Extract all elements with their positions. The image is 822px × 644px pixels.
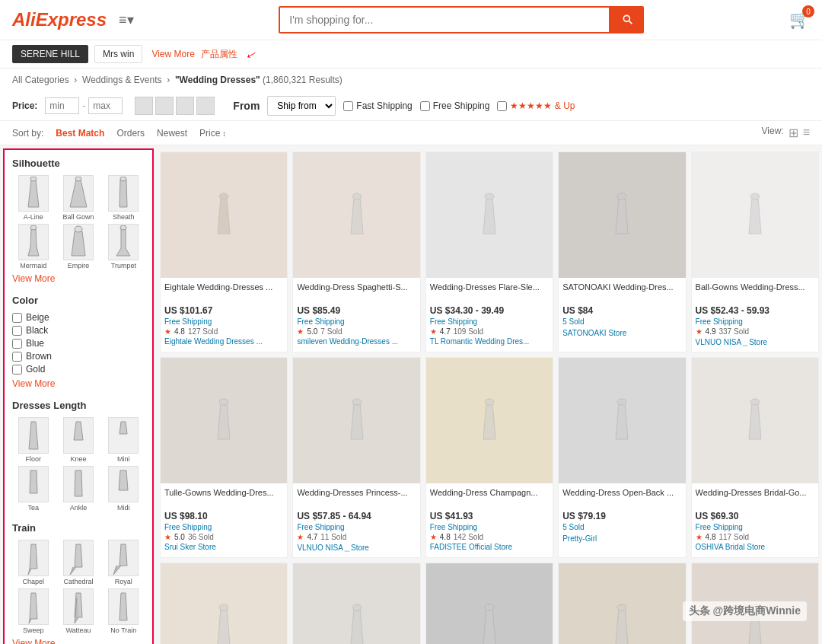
price-swatch-4[interactable] — [196, 97, 215, 115]
free-shipping-checkbox[interactable] — [420, 101, 430, 111]
product-name: Wedding-Dresses Bridal-Go... — [696, 487, 814, 509]
store-name[interactable]: smileven Wedding-Dresses ... — [297, 337, 416, 346]
product-card[interactable]: Wedding-Dresses ... US $72.00 Free Shipp… — [558, 563, 686, 644]
breadcrumb-all-categories[interactable]: All Categories — [12, 75, 69, 85]
color-brown-checkbox[interactable] — [12, 352, 22, 362]
tab-mrs-win[interactable]: Mrs win — [94, 45, 142, 63]
breadcrumb-results: (1,860,321 Results) — [263, 75, 342, 85]
length-midi[interactable]: Midi — [103, 466, 145, 512]
sidebar: Silhouette A-Line — [3, 148, 154, 644]
menu-icon[interactable]: ≡▾ — [119, 11, 134, 28]
svg-point-3 — [30, 225, 37, 230]
product-rating-row: ★ 4.9 337 Sold — [696, 327, 814, 336]
stars-label: ★★★★★ & Up — [510, 100, 575, 111]
view-more-tabs[interactable]: View More — [151, 49, 194, 59]
store-name[interactable]: Pretty-Girl — [562, 534, 681, 543]
sort-orders[interactable]: Orders — [113, 126, 148, 140]
grid-view-icon[interactable]: ⊞ — [789, 126, 798, 140]
cart-area[interactable]: 🛒 0 — [789, 10, 810, 30]
train-royal[interactable]: Royal — [103, 540, 145, 585]
length-floor[interactable]: Floor — [12, 417, 54, 463]
length-ankle[interactable]: Ankle — [57, 466, 99, 512]
breadcrumb-weddings[interactable]: Weddings & Events — [82, 75, 162, 85]
list-view-icon[interactable]: ≡ — [803, 126, 810, 140]
train-cathedral[interactable]: Cathedral — [57, 540, 99, 585]
store-name[interactable]: VLNUO NISA＿Store — [696, 337, 814, 348]
product-price: US $69.30 — [696, 511, 814, 521]
product-card[interactable]: Wedding-Dresses ... US $55.00 Free Shipp… — [425, 563, 553, 644]
search-button[interactable] — [610, 6, 644, 33]
store-name[interactable]: TL Romantic Wedding Dres... — [430, 337, 549, 346]
train-watteau[interactable]: Watteau — [57, 588, 99, 634]
product-card[interactable]: Wedding-Dresses Princess-... US $57.85 -… — [292, 357, 420, 558]
store-name[interactable]: FADISTEE Official Store — [430, 543, 549, 551]
price-swatch-1[interactable] — [135, 97, 153, 115]
silhouette-item-aline[interactable]: A-Line — [12, 175, 54, 221]
product-card[interactable]: Wedding-Dress Spaghetti-S... US $85.49 F… — [292, 151, 420, 352]
product-image-placeholder — [692, 358, 818, 483]
product-card[interactable]: Tulle-Gowns Wedding-Dres... US $98.10 Fr… — [160, 357, 288, 558]
product-card[interactable]: Wedding-Dress Champagn... US $41.93 Free… — [425, 357, 553, 558]
tab-bar: SERENE HILL Mrs win View More 产品属性 ← — [0, 40, 822, 69]
product-card[interactable]: Wedding-Dresses ... US $65.00 Free Shipp… — [292, 563, 420, 644]
product-card[interactable]: SATONOAKI Wedding-Dres... US $84 5 Sold … — [558, 151, 686, 352]
sort-best-match[interactable]: Best Match — [53, 126, 107, 140]
view-label: View: — [762, 126, 784, 140]
tab-serene-hill[interactable]: SERENE HILL — [12, 45, 88, 63]
store-name[interactable]: Srui Sker Store — [164, 543, 283, 551]
color-section: Color Beige Black Blue Brown — [12, 295, 145, 389]
product-card[interactable]: Wedding-Dresses Bridal-Go... US $69.30 F… — [691, 357, 819, 558]
product-image-placeholder — [426, 152, 553, 278]
color-black-checkbox[interactable] — [12, 326, 22, 336]
store-name[interactable]: SATONOAKI Store — [562, 329, 681, 337]
length-mini[interactable]: Mini — [103, 417, 145, 463]
store-name[interactable]: Eightale Wedding Dresses ... — [164, 337, 283, 346]
search-input[interactable] — [279, 6, 610, 33]
train-view-more[interactable]: View More — [12, 638, 145, 644]
price-range: - — [45, 97, 123, 114]
sort-newest[interactable]: Newest — [154, 126, 190, 140]
product-info: Wedding-Dresses Princess-... US $57.85 -… — [293, 483, 419, 557]
train-notrain[interactable]: No Train — [103, 588, 145, 634]
price-min-input[interactable] — [45, 97, 79, 114]
product-shipping: Free Shipping — [430, 317, 549, 326]
price-max-input[interactable] — [88, 97, 123, 114]
svg-point-4 — [75, 226, 82, 232]
product-card[interactable]: Eightale Wedding-Dresses ... US $101.67 … — [160, 151, 288, 352]
color-blue-checkbox[interactable] — [12, 339, 22, 349]
ship-from-select[interactable]: Ship from — [267, 96, 336, 116]
store-name[interactable]: VLNUO NISA＿Store — [297, 543, 416, 553]
train-grid: Chapel Cathedral — [12, 540, 145, 634]
search-bar — [279, 6, 644, 33]
product-card[interactable]: Wedding-Dress Open-Back ... US $79.19 5 … — [558, 357, 686, 558]
fast-shipping-checkbox[interactable] — [343, 101, 353, 111]
product-card[interactable]: Ball-Gowns Wedding-Dress... US $52.43 - … — [691, 151, 819, 352]
svg-point-14 — [617, 399, 626, 405]
color-beige-checkbox[interactable] — [12, 313, 22, 323]
product-card[interactable]: Wedding-Dresses Flare-Sle... US $34.30 -… — [425, 151, 553, 352]
train-sweep[interactable]: Sweep — [12, 588, 54, 634]
store-name[interactable]: OSHIVA Bridal Store — [696, 543, 814, 551]
price-swatch-2[interactable] — [155, 97, 174, 115]
silhouette-item-trumpet[interactable]: Trumpet — [103, 224, 145, 269]
product-info: Wedding-Dress Open-Back ... US $79.19 5 … — [559, 483, 685, 547]
price-swatch-3[interactable] — [176, 97, 194, 115]
silhouette-item-empire[interactable]: Empire — [57, 224, 99, 269]
sort-price[interactable]: Price — [196, 126, 229, 140]
product-image — [559, 563, 685, 644]
silhouette-item-ballgown[interactable]: Ball Gown — [57, 175, 99, 221]
silhouette-view-more[interactable]: View More — [12, 273, 145, 284]
stars-checkbox[interactable] — [497, 101, 507, 111]
product-image — [293, 152, 419, 278]
length-tea[interactable]: Tea — [12, 466, 54, 512]
length-knee[interactable]: Knee — [57, 417, 99, 463]
product-stars: ★ — [430, 533, 437, 541]
silhouette-item-sheath[interactable]: Sheath — [103, 175, 145, 221]
product-rating: 5.0 — [307, 327, 317, 336]
product-rating: 4.7 — [307, 533, 317, 541]
product-card[interactable]: Wedding-Dresses ... US $79.00 Free Shipp… — [160, 563, 288, 644]
color-gold-checkbox[interactable] — [12, 365, 22, 375]
color-view-more[interactable]: View More — [12, 378, 145, 389]
train-chapel[interactable]: Chapel — [12, 540, 54, 585]
silhouette-item-mermaid[interactable]: Mermaid — [12, 224, 54, 269]
